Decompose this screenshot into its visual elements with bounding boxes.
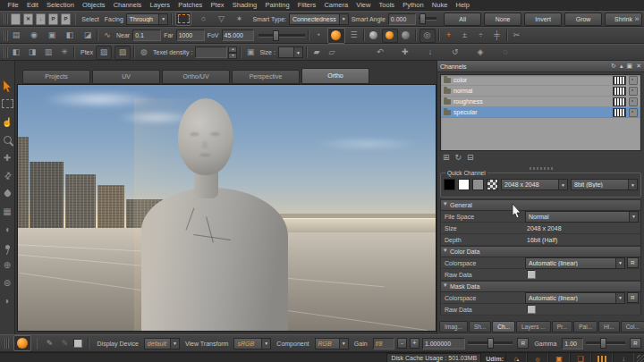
gray-sphere-icon[interactable] — [368, 29, 380, 42]
shading-gem-button[interactable] — [327, 28, 345, 44]
display-device-dropdown[interactable]: default ▼ — [144, 338, 180, 349]
gain-fstop-input[interactable]: f/8 — [373, 338, 394, 349]
zoom-tool-icon[interactable] — [1, 130, 14, 148]
resolution-dropdown[interactable]: 2048 x 2048 ▼ — [501, 179, 568, 190]
tab-channels[interactable]: Ch... — [492, 321, 515, 333]
white-swatch[interactable] — [458, 179, 470, 190]
slider-handle[interactable] — [273, 30, 279, 41]
menu-view[interactable]: View — [352, 1, 375, 9]
move-transform-icon[interactable]: ✚ — [399, 46, 411, 59]
panel-splitter[interactable] — [530, 167, 553, 170]
select-none-button[interactable]: None — [484, 13, 521, 26]
move-tool-icon[interactable]: ✚ — [1, 148, 14, 166]
remove-channel-icon[interactable]: ⊟ — [467, 153, 474, 162]
tab-painting[interactable]: Pai... — [573, 321, 597, 333]
graph-icon[interactable]: ∿ — [101, 29, 114, 42]
projection-a-icon[interactable]: ◧ — [10, 46, 22, 59]
pull-down-icon[interactable]: ↓ — [424, 46, 436, 59]
home-warning-icon[interactable]: ⌂▲ — [505, 353, 527, 362]
flat-b-icon[interactable]: ▱ — [326, 46, 338, 59]
tab-ortho[interactable]: Ortho — [301, 68, 369, 84]
mask-data-section-header[interactable]: Mask Data — [440, 281, 641, 292]
tab-colors[interactable]: Col... — [621, 321, 644, 333]
tab-perspective[interactable]: Perspective — [232, 70, 300, 84]
menu-ptex[interactable]: Ptex — [207, 1, 228, 9]
menu-tools[interactable]: Tools — [375, 1, 399, 9]
gain-minus-button[interactable]: - — [397, 338, 407, 349]
copy-status-icon[interactable]: ❑ — [570, 353, 591, 362]
pen-disabled-icon[interactable]: ✎ — [58, 337, 71, 349]
pen-icon[interactable]: ✎ — [43, 337, 55, 349]
magic-wand-tool-icon[interactable]: ✶ — [233, 13, 245, 25]
channel-row-roughness[interactable]: roughness — [441, 97, 640, 107]
component-dropdown[interactable]: RGB ▼ — [315, 338, 349, 349]
paint-tool-icon[interactable]: ◖ — [1, 220, 14, 238]
fov-input[interactable]: 45.000 — [222, 29, 254, 41]
slider-handle[interactable] — [600, 338, 606, 349]
sync-channel-icon[interactable]: ↻ — [455, 153, 462, 162]
file-close-icon[interactable]: ✕ — [22, 13, 35, 25]
gain-value-input[interactable]: 1.000000 — [422, 338, 465, 349]
tab-history[interactable]: Hi... — [598, 321, 620, 333]
texel-density-input[interactable] — [195, 46, 227, 58]
tab-projects[interactable]: Projects — [22, 70, 90, 84]
globe-icon[interactable]: ◍ — [138, 46, 150, 59]
export-ptex-icon[interactable]: P — [47, 13, 60, 25]
cube-view-icon[interactable]: ▤ — [10, 29, 22, 42]
smudge-tool-icon[interactable]: ◗ — [1, 291, 14, 309]
clone-stamp-tool-icon[interactable]: ⊕ — [1, 256, 14, 274]
color-data-section-header[interactable]: Color Data — [440, 246, 641, 257]
panel-refresh-icon[interactable]: ↻ — [611, 63, 616, 70]
divide-patch-icon[interactable]: ÷ — [475, 29, 487, 42]
half-sphere-icon[interactable]: ◧ — [64, 29, 76, 42]
list-icon[interactable]: ☰ — [348, 29, 360, 42]
bars-status-icon[interactable] — [591, 353, 613, 362]
gamma-reset-button[interactable]: R — [630, 338, 641, 349]
panel-close-icon[interactable]: ✕ — [636, 63, 641, 70]
merge-patch-icon[interactable]: ╪ — [491, 29, 504, 42]
channel-row-specular[interactable]: specular — [441, 107, 640, 118]
color-colorspace-dropdown[interactable]: Automatic (linear) ▼ — [525, 257, 625, 269]
channel-cache-icon[interactable] — [629, 76, 638, 85]
cache-status-icon[interactable]: ▣ — [548, 353, 570, 362]
rotate-icon[interactable]: ↺ — [449, 46, 462, 59]
panel-dock-icon[interactable]: ▣ — [627, 63, 633, 70]
target-icon[interactable]: ◎ — [419, 29, 436, 43]
lighting-gem-button[interactable] — [13, 335, 31, 351]
channel-cache-icon[interactable] — [629, 87, 638, 96]
smart-angle-input[interactable]: 0.000 — [388, 13, 416, 25]
menu-layers[interactable]: Layers — [146, 1, 174, 9]
tab-projects-panel[interactable]: Pr... — [552, 321, 573, 333]
slider-handle[interactable] — [419, 13, 426, 24]
mask-colorspace-reset-button[interactable]: R — [627, 292, 639, 303]
gain-reset-button[interactable]: R — [517, 338, 529, 349]
menu-shading[interactable]: Shading — [228, 1, 261, 9]
panel-collapse-icon[interactable]: ▴ — [620, 63, 623, 70]
lasso-tool-icon[interactable]: ○ — [197, 13, 209, 25]
file-space-dropdown[interactable]: Normal ▼ — [525, 211, 639, 223]
menu-filters[interactable]: Filters — [293, 1, 320, 9]
color-colorspace-reset-button[interactable]: R — [627, 257, 639, 268]
tab-shaders[interactable]: Sh... — [469, 321, 491, 333]
toolbar-overflow-icon[interactable]: » — [631, 13, 643, 25]
gem-small-icon[interactable]: ◈ — [474, 46, 487, 59]
channel-row-normal[interactable]: normal — [441, 86, 640, 97]
file-new-icon[interactable] — [10, 13, 22, 25]
blur-tool-icon[interactable]: ⊜ — [1, 274, 14, 291]
toolbar-drag-handle[interactable] — [4, 30, 8, 41]
target-status-icon[interactable]: ◎ — [527, 353, 548, 362]
add-channel-icon[interactable]: ⊞ — [443, 153, 450, 162]
uv-box-icon[interactable]: ▣ — [244, 46, 257, 59]
menu-file[interactable]: File — [4, 1, 22, 9]
mask-raw-data-checkbox[interactable] — [527, 305, 536, 314]
gamma-slider[interactable] — [586, 341, 625, 345]
view-transform-dropdown[interactable]: sRGB ▼ — [233, 338, 271, 349]
menu-nuke[interactable]: Nuke — [428, 1, 452, 9]
select-invert-button[interactable]: Invert — [524, 13, 562, 26]
tab-uv[interactable]: UV — [92, 70, 160, 84]
import-ptex-icon[interactable]: P — [60, 13, 72, 25]
bitdepth-dropdown[interactable]: 8bit (Byte) ▼ — [571, 179, 638, 190]
menu-objects[interactable]: Objects — [78, 1, 109, 9]
toolbar-drag-handle[interactable] — [4, 338, 9, 349]
resize-grip[interactable] — [637, 355, 644, 362]
